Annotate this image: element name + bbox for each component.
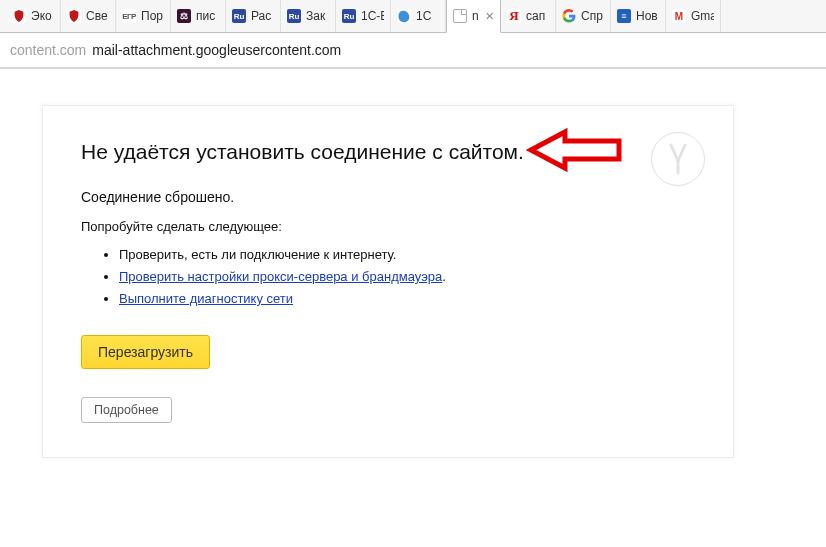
tab-zak[interactable]: Ru Зак [281,0,336,32]
tab-label: Зак [306,9,329,23]
error-try-label: Попробуйте сделать следующее: [81,219,693,234]
address-bar[interactable]: content.com mail-attachment.googleuserco… [0,33,826,69]
tab-label: Рас [251,9,274,23]
tab-label: пис [196,9,219,23]
tab-strip: Эко Све ЕГР Пор ⚖ пис Ru Рас Ru Зак Ru 1… [0,0,826,33]
efp-icon: ЕГР [122,9,136,23]
tab-active[interactable]: n ✕ [446,0,501,33]
address-host: mail-attachment.googleusercontent.com [92,42,341,58]
tab-sve[interactable]: Све [61,0,116,32]
tab-label: Gma [691,9,714,23]
address-prefix: content.com [10,42,86,58]
document-icon [453,9,467,23]
list-item: Проверить настройки прокси-сервера и бра… [119,266,693,288]
tab-label: Эко [31,9,54,23]
network-diagnostics-link[interactable]: Выполните диагностику сети [119,291,293,306]
error-card: Не удаётся установить соединение с сайто… [42,105,734,458]
tab-ras[interactable]: Ru Рас [226,0,281,32]
tab-eco[interactable]: Эко [6,0,61,32]
gmail-icon: M [672,9,686,23]
tab-1c[interactable]: 1С [391,0,446,32]
details-button[interactable]: Подробнее [81,397,172,423]
page-viewport: Не удаётся установить соединение с сайто… [0,69,826,547]
tab-label: n [472,9,478,23]
shield-icon [12,9,26,23]
tab-spr[interactable]: Спр [556,0,611,32]
tab-nov[interactable]: ≡ Нов [611,0,666,32]
news-icon: ≡ [617,9,631,23]
tab-label: Све [86,9,109,23]
proxy-settings-link[interactable]: Проверить настройки прокси-сервера и бра… [119,269,442,284]
tab-label: Спр [581,9,604,23]
tab-por[interactable]: ЕГР Пор [116,0,171,32]
google-icon [562,9,576,23]
tab-sap[interactable]: Я сап [501,0,556,32]
tab-label: Нов [636,9,659,23]
shield-icon [67,9,81,23]
tab-pis[interactable]: ⚖ пис [171,0,226,32]
error-subtitle: Соединение сброшено. [81,189,693,205]
browser-icon [397,9,411,23]
ru-icon: Ru [342,9,356,23]
scales-icon: ⚖ [177,9,191,23]
yandex-icon: Я [507,9,521,23]
yandex-browser-logo-icon [651,132,705,186]
tab-label: сап [526,9,549,23]
error-suggestions-list: Проверить, есть ли подключение к интерне… [119,244,693,310]
list-item: Проверить, есть ли подключение к интерне… [119,244,693,266]
tab-gmail[interactable]: M Gma [666,0,721,32]
list-item: Выполните диагностику сети [119,288,693,310]
ru-icon: Ru [287,9,301,23]
error-title: Не удаётся установить соединение с сайто… [81,138,693,165]
tab-label: Пор [141,9,164,23]
reload-button[interactable]: Перезагрузить [81,335,210,369]
tab-label: 1С-Е [361,9,384,23]
ru-icon: Ru [232,9,246,23]
tab-1ce[interactable]: Ru 1С-Е [336,0,391,32]
tab-label: 1С [416,9,439,23]
close-icon[interactable]: ✕ [485,10,494,23]
suggestion-text: Проверить, есть ли подключение к интерне… [119,247,396,262]
